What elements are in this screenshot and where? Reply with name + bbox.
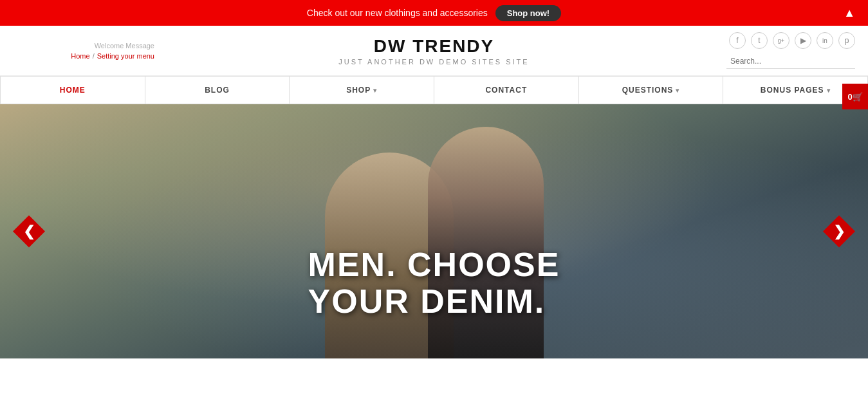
hero-figures bbox=[0, 104, 868, 358]
chevron-left-icon: ❮ bbox=[23, 223, 35, 240]
breadcrumb-home[interactable]: Home bbox=[71, 52, 89, 60]
site-header: Welcome Message Home / Setting your menu… bbox=[0, 26, 868, 76]
announcement-text: Check out our new clothings and accessor… bbox=[307, 8, 488, 18]
twitter-icon[interactable]: t bbox=[751, 32, 768, 49]
cart-icon: 🛒 bbox=[853, 92, 863, 102]
nav-item-shop[interactable]: SHOP ▾ bbox=[290, 77, 434, 104]
shop-now-button[interactable]: Shop now! bbox=[495, 5, 561, 21]
announcement-bar: Check out our new clothings and accessor… bbox=[0, 0, 868, 26]
header-left: Welcome Message Home / Setting your menu bbox=[13, 42, 154, 60]
site-logo: DW TRENDY JUST ANOTHER DW DEMO SITES SIT… bbox=[154, 36, 714, 66]
slide-title: MEN. CHOOSE YOUR DENIM. bbox=[308, 246, 560, 320]
site-subtitle: JUST ANOTHER DW DEMO SITES SITE bbox=[154, 58, 714, 66]
cart-count: 0 bbox=[847, 92, 852, 102]
nav-item-blog[interactable]: BLOG bbox=[145, 77, 290, 104]
welcome-message: Welcome Message bbox=[13, 42, 154, 50]
chevron-down-icon: ▾ bbox=[676, 87, 679, 94]
nav-item-home[interactable]: HOME bbox=[0, 77, 145, 104]
chevron-down-icon: ▾ bbox=[827, 87, 831, 94]
nav-item-questions[interactable]: QUESTIONS ▾ bbox=[579, 77, 724, 104]
facebook-icon[interactable]: f bbox=[729, 32, 746, 49]
search-input[interactable] bbox=[726, 54, 855, 69]
linkedin-icon[interactable]: in bbox=[817, 32, 833, 49]
chevron-right-icon: ❯ bbox=[833, 223, 845, 240]
chevron-down-icon: ▾ bbox=[373, 87, 377, 94]
breadcrumb: Home / Setting your menu bbox=[13, 52, 154, 60]
cart-button[interactable]: 0 🛒 bbox=[842, 84, 868, 109]
pinterest-icon[interactable]: p bbox=[838, 32, 855, 49]
main-navigation: HOME BLOG SHOP ▾ CONTACT QUESTIONS ▾ BON… bbox=[0, 76, 868, 104]
youtube-icon[interactable]: ▶ bbox=[795, 32, 811, 49]
site-title: DW TRENDY bbox=[154, 36, 714, 57]
hero-slider: MEN. CHOOSE YOUR DENIM. ❮ ❯ bbox=[0, 104, 868, 358]
figure-right bbox=[428, 127, 544, 358]
breadcrumb-separator: / bbox=[93, 52, 95, 60]
hero-text: MEN. CHOOSE YOUR DENIM. bbox=[308, 246, 560, 320]
google-plus-icon[interactable]: g+ bbox=[773, 32, 790, 49]
nav-item-contact[interactable]: CONTACT bbox=[434, 77, 579, 104]
header-right: f t g+ ▶ in p bbox=[714, 32, 855, 69]
header-left-content: Welcome Message Home / Setting your menu bbox=[13, 42, 154, 60]
breadcrumb-current[interactable]: Setting your menu bbox=[97, 52, 154, 60]
close-icon[interactable]: ▲ bbox=[844, 6, 855, 20]
social-icons: f t g+ ▶ in p bbox=[729, 32, 855, 49]
